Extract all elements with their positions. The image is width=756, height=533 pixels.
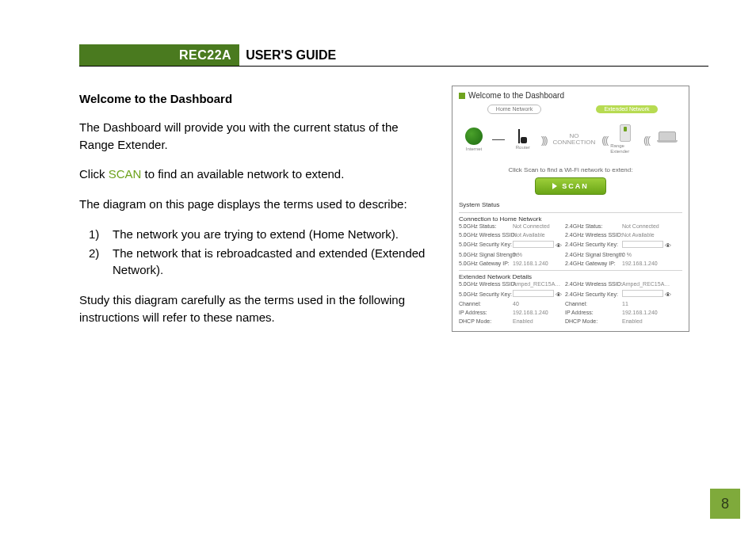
text: to find an available network to extend. — [141, 167, 344, 181]
system-status-heading: System Status — [459, 201, 682, 209]
extended-heading: Extended Network Details — [459, 270, 682, 281]
paragraph: The Dashboard will provide you with the … — [79, 119, 436, 154]
signal-waves-icon: ((( — [643, 135, 649, 145]
ordered-list: The network you are trying to extend (Ho… — [79, 226, 436, 279]
security-key-field-24g-ext[interactable] — [622, 290, 663, 297]
list-item: The network you are trying to extend (Ho… — [108, 226, 436, 243]
guide-label: USER'S GUIDE — [239, 44, 336, 66]
security-key-field-5g-ext[interactable] — [513, 290, 554, 297]
bullet-icon — [459, 93, 465, 99]
scan-prompt: Click Scan to find a Wi-Fi network to ex… — [459, 166, 682, 174]
device-label — [666, 143, 668, 149]
security-key-field-5g-home[interactable] — [513, 241, 554, 248]
scan-button[interactable]: SCAN — [535, 177, 606, 195]
title-accent-block — [79, 44, 174, 66]
laptop-icon — [659, 131, 676, 141]
body-text: Welcome to the Dashboard The Dashboard w… — [79, 86, 436, 339]
router-icon — [518, 129, 527, 143]
network-diagram: Internet Router ))) NO CONNECTION ((( — [459, 119, 682, 160]
device-label: Router — [516, 145, 530, 151]
section-heading: Welcome to the Dashboard — [79, 90, 436, 108]
signal-waves-icon: ((( — [601, 135, 607, 145]
connection-heading: Connection to Home Network — [459, 212, 682, 223]
home-network-badge: Home Network — [487, 105, 541, 115]
connection-grid: 5.0GHz Status:Not Connected 2.4GHz Statu… — [459, 223, 682, 267]
text: Click — [79, 167, 109, 181]
play-icon — [552, 183, 557, 189]
device-label: Internet — [466, 147, 482, 153]
reveal-icon[interactable]: 👁 — [665, 242, 671, 249]
page-number: 8 — [710, 489, 740, 519]
screenshot-title-text: Welcome to the Dashboard — [468, 91, 564, 101]
connection-line — [492, 139, 505, 140]
internet-icon — [465, 128, 483, 145]
model-label: REC22A — [174, 44, 239, 66]
device-label: Range Extender — [610, 143, 640, 155]
extended-grid: 5.0GHz Wireless SSID:Amped_REC15A_5.0 2.… — [459, 281, 682, 325]
dashboard-screenshot: Welcome to the Dashboard Home Network Ex… — [452, 86, 689, 332]
extender-icon — [620, 124, 631, 142]
scan-keyword: SCAN — [109, 167, 142, 181]
screenshot-title: Welcome to the Dashboard — [459, 91, 682, 101]
reveal-icon[interactable]: 👁 — [556, 242, 562, 249]
reveal-icon[interactable]: 👁 — [665, 291, 671, 299]
signal-waves-icon: ))) — [541, 135, 547, 145]
paragraph: Study this diagram carefully as the term… — [79, 291, 436, 326]
security-key-field-24g-home[interactable] — [622, 241, 663, 248]
paragraph: The diagram on this page displays the te… — [79, 196, 436, 213]
reveal-icon[interactable]: 👁 — [556, 291, 562, 299]
scan-button-label: SCAN — [562, 182, 589, 191]
list-item: The network that is rebroadcasted and ex… — [108, 245, 436, 280]
no-connection-label: NO CONNECTION — [550, 131, 599, 147]
title-bar: REC22A USER'S GUIDE — [79, 44, 708, 67]
extended-network-badge: Extended Network — [596, 105, 657, 114]
paragraph: Click SCAN to find an available network … — [79, 166, 436, 183]
